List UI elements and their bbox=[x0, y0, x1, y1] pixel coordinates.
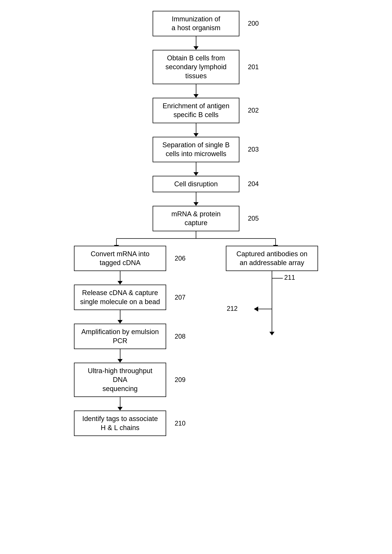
arrow-201-202 bbox=[196, 84, 196, 94]
right-branch-svg: 211 212 bbox=[254, 271, 290, 332]
step-205: mRNA & proteincapture 205 bbox=[153, 206, 239, 231]
step-204: Cell disruption 204 bbox=[153, 176, 239, 192]
box-211-label: Captured antibodies onan addressable arr… bbox=[237, 250, 308, 267]
box-201-label: Obtain B cells fromsecondary lymphoidtis… bbox=[165, 54, 227, 80]
box-209: Ultra-high throughput DNAsequencing 209 bbox=[74, 363, 166, 397]
ref-204: 204 bbox=[248, 180, 259, 188]
svg-text:212: 212 bbox=[227, 305, 238, 312]
box-208: Amplification by emulsionPCR 208 bbox=[74, 324, 166, 349]
arrow-209-210 bbox=[120, 397, 120, 407]
box-200: Immunization ofa host organism 200 bbox=[153, 11, 239, 36]
box-210: Identify tags to associateH & L chains 2… bbox=[74, 410, 166, 436]
arrow-207-208 bbox=[120, 310, 120, 320]
split-branches: Convert mRNA intotagged cDNA 206 Release… bbox=[70, 246, 322, 436]
ref-202: 202 bbox=[248, 106, 259, 115]
box-207-label: Release cDNA & capturesingle molecule on… bbox=[80, 289, 160, 305]
box-210-label: Identify tags to associateH & L chains bbox=[82, 415, 158, 431]
box-205-label: mRNA & proteincapture bbox=[171, 210, 221, 227]
svg-marker-13 bbox=[269, 332, 274, 335]
step-208: Amplification by emulsionPCR 208 bbox=[74, 324, 166, 349]
step-203: Separation of single Bcells into microwe… bbox=[153, 137, 239, 162]
flowchart: Immunization ofa host organism 200 Obtai… bbox=[7, 11, 385, 436]
arrow-206-207 bbox=[120, 271, 120, 281]
arrow-204-205 bbox=[196, 192, 196, 202]
step-209: Ultra-high throughput DNAsequencing 209 bbox=[74, 363, 166, 397]
box-204: Cell disruption 204 bbox=[153, 176, 239, 192]
box-211: Captured antibodies onan addressable arr… bbox=[226, 246, 318, 271]
step-210: Identify tags to associateH & L chains 2… bbox=[74, 410, 166, 436]
ref-200: 200 bbox=[248, 19, 259, 28]
box-205: mRNA & proteincapture 205 bbox=[153, 206, 239, 231]
ref-209: 209 bbox=[175, 376, 186, 384]
split-connector-svg bbox=[70, 231, 322, 246]
right-branch: Captured antibodies onan addressable arr… bbox=[221, 246, 322, 271]
ref-208: 208 bbox=[175, 332, 186, 341]
split-svg bbox=[70, 231, 322, 246]
step-211: Captured antibodies onan addressable arr… bbox=[226, 246, 318, 271]
box-200-label: Immunization ofa host organism bbox=[172, 15, 220, 32]
box-204-label: Cell disruption bbox=[174, 180, 218, 188]
box-206-label: Convert mRNA intotagged cDNA bbox=[91, 250, 149, 267]
ref-201: 201 bbox=[248, 63, 259, 71]
step-206: Convert mRNA intotagged cDNA 206 bbox=[74, 246, 166, 271]
box-202: Enrichment of antigenspecific B cells 20… bbox=[153, 98, 239, 123]
box-207: Release cDNA & capturesingle molecule on… bbox=[74, 284, 166, 310]
step-202: Enrichment of antigenspecific B cells 20… bbox=[153, 98, 239, 123]
box-206: Convert mRNA intotagged cDNA 206 bbox=[74, 246, 166, 271]
step-207: Release cDNA & capturesingle molecule on… bbox=[74, 284, 166, 310]
svg-marker-11 bbox=[254, 306, 258, 312]
ref-206: 206 bbox=[175, 254, 186, 263]
connector-211-area: 211 212 bbox=[254, 271, 290, 332]
box-202-label: Enrichment of antigenspecific B cells bbox=[162, 102, 230, 118]
box-209-label: Ultra-high throughput DNAsequencing bbox=[88, 367, 152, 393]
step-201: Obtain B cells fromsecondary lymphoidtis… bbox=[153, 50, 239, 84]
box-203: Separation of single Bcells into microwe… bbox=[153, 137, 239, 162]
ref-205: 205 bbox=[248, 214, 259, 223]
left-branch: Convert mRNA intotagged cDNA 206 Release… bbox=[70, 246, 171, 436]
ref-210: 210 bbox=[175, 419, 186, 428]
arrow-202-203 bbox=[196, 123, 196, 133]
box-203-label: Separation of single Bcells into microwe… bbox=[162, 141, 230, 158]
arrow-208-209 bbox=[120, 349, 120, 359]
step-200: Immunization ofa host organism 200 bbox=[153, 11, 239, 36]
box-208-label: Amplification by emulsionPCR bbox=[81, 328, 159, 344]
arrow-203-204 bbox=[196, 162, 196, 172]
svg-text:211: 211 bbox=[284, 274, 295, 281]
arrow-200-201 bbox=[196, 36, 196, 46]
box-201: Obtain B cells fromsecondary lymphoidtis… bbox=[153, 50, 239, 84]
ref-207: 207 bbox=[175, 293, 186, 302]
ref-203: 203 bbox=[248, 145, 259, 154]
